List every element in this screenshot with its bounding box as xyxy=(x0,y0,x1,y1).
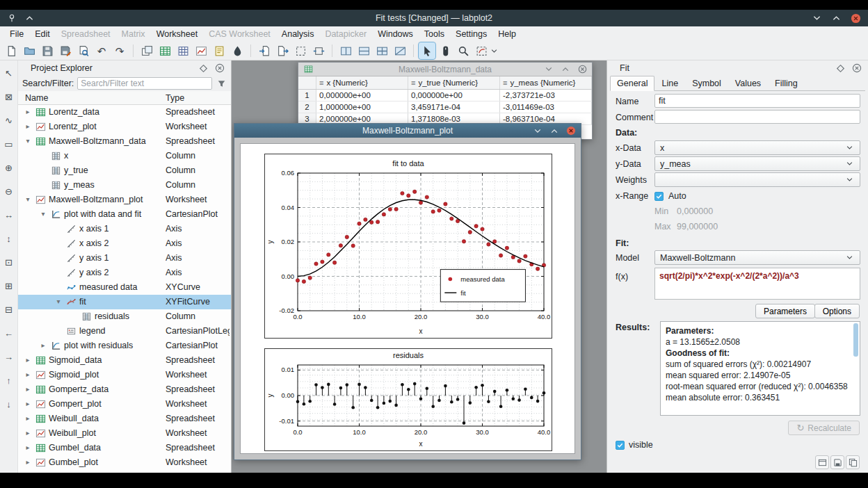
spreadsheet-cell[interactable]: -3,011469e-03 xyxy=(500,101,592,113)
new-note-button[interactable] xyxy=(211,42,227,59)
fit-dock-header[interactable]: Fit xyxy=(607,60,868,76)
save-file-button[interactable] xyxy=(39,42,56,59)
undo-button[interactable]: ↶ xyxy=(93,42,110,59)
split-grid-button[interactable] xyxy=(373,42,390,59)
tree-row-x-axis-1[interactable]: x axis 1Axis xyxy=(18,222,231,236)
tree-row-weibull-data[interactable]: ▸Weibull_dataSpreadsheet xyxy=(18,412,231,426)
new-matrix-button[interactable] xyxy=(175,42,191,59)
x-data-combobox[interactable]: x xyxy=(654,140,860,155)
shift-down-tool-button[interactable]: ↓ xyxy=(2,397,16,411)
tree-row-sigmoid-data[interactable]: ▸Sigmoid_dataSpreadsheet xyxy=(18,353,231,368)
tree-row-y-meas[interactable]: y_measColumn xyxy=(18,178,231,193)
results-box[interactable]: Parameters:a = 13.1565±2.0508Goodness of… xyxy=(660,321,860,416)
menu-windows[interactable]: Windows xyxy=(372,28,419,40)
tree-row-lorentz-plot[interactable]: ▸Lorentz_plotWorksheet xyxy=(18,120,231,134)
menu-spreadsheet[interactable]: Spreadsheet xyxy=(56,28,116,40)
zoom-select-tool-button[interactable]: ⊠ xyxy=(2,90,16,104)
auto-scale-x-tool-button[interactable]: ⊞ xyxy=(2,279,16,293)
column-header[interactable]: ≡y_meas {Numeric} xyxy=(500,76,592,89)
select-tool-button[interactable]: ↖ xyxy=(2,66,16,80)
zoom-y-tool-button[interactable]: ↕ xyxy=(2,231,16,245)
tree-row-gompert-plot[interactable]: ▸Gompert_plotWorksheet xyxy=(18,397,231,412)
zoom-mode-button[interactable] xyxy=(455,42,472,59)
split-vertical-button[interactable] xyxy=(337,42,354,59)
column-header[interactable]: ≡y_true {Numeric} xyxy=(408,76,500,89)
formula-box[interactable]: sqrt(2/pi)*x^2*exp(-x^2/(2*a^2))/a^3 xyxy=(654,268,860,300)
menu-cas-worksheet[interactable]: CAS Worksheet xyxy=(203,28,276,40)
float-dock-icon[interactable] xyxy=(835,63,846,74)
column-header[interactable]: ≡x {Numeric} xyxy=(316,76,408,89)
shift-right-tool-button[interactable]: → xyxy=(2,350,16,364)
search-input[interactable] xyxy=(77,77,212,90)
export-file-button[interactable] xyxy=(274,42,291,59)
tree-row-plot-with-data-and-fit[interactable]: ▾plot with data and fitCartesianPlot xyxy=(18,207,231,222)
ruler-tool-button[interactable]: ▭ xyxy=(2,137,16,151)
options-button[interactable]: Options xyxy=(814,304,860,318)
tab-line[interactable]: Line xyxy=(654,76,685,91)
select-region-button[interactable] xyxy=(292,42,309,59)
chevron-up-icon[interactable] xyxy=(830,13,842,24)
zoom-x-tool-button[interactable]: ↔ xyxy=(2,208,16,222)
menu-tools[interactable]: Tools xyxy=(419,28,450,40)
shift-up-tool-button[interactable]: ↑ xyxy=(2,373,16,387)
y-data-combobox[interactable]: y_meas xyxy=(654,156,860,171)
menu-analysis[interactable]: Analysis xyxy=(276,28,320,40)
worksheet-window[interactable]: Maxwell-Boltzmann_plot fit to data0.010.… xyxy=(234,123,581,460)
column-header-type[interactable]: Type xyxy=(166,93,231,103)
float-dock-icon[interactable] xyxy=(198,63,209,74)
copy-icon[interactable] xyxy=(846,455,860,469)
add-curve-tool-button[interactable]: ∿ xyxy=(2,113,16,127)
tree-row-x-axis-2[interactable]: x axis 2Axis xyxy=(18,236,231,251)
split-diagonal-button[interactable] xyxy=(392,42,408,59)
results-scrollbar[interactable] xyxy=(853,323,858,357)
shift-left-tool-button[interactable]: ← xyxy=(2,326,16,340)
chevron-right-icon[interactable]: ▸ xyxy=(24,122,32,131)
model-combobox[interactable]: Maxwell-Boltzmann xyxy=(654,250,860,265)
spreadsheet-cell[interactable]: 3,459171e-04 xyxy=(408,101,500,113)
spreadsheet-cell[interactable]: 1,000000e+00 xyxy=(316,101,408,113)
template-load-icon[interactable] xyxy=(815,455,829,469)
menu-datapicker[interactable]: Datapicker xyxy=(319,28,372,40)
tab-general[interactable]: General xyxy=(610,76,654,91)
spreadsheet-window-titlebar[interactable]: Maxwell-Boltzmann_data xyxy=(298,63,592,76)
new-workbook-button[interactable] xyxy=(138,42,155,59)
close-dock-icon[interactable] xyxy=(214,63,225,74)
chevron-right-icon[interactable]: ▸ xyxy=(39,341,47,350)
spreadsheet-cell[interactable]: 0,000000e+00 xyxy=(408,90,500,101)
chevron-right-icon[interactable]: ▸ xyxy=(24,399,32,409)
parameters-button[interactable]: Parameters xyxy=(755,304,815,318)
tree-row-gumbel-plot[interactable]: ▸Gumbel_plotWorksheet xyxy=(18,455,231,470)
tree-row-gompertz-data[interactable]: ▸Gompertz_dataSpreadsheet xyxy=(18,382,231,397)
comment-field[interactable] xyxy=(654,110,860,124)
chevron-right-icon[interactable]: ▸ xyxy=(24,457,32,467)
row-number[interactable]: 1 xyxy=(298,90,316,101)
chevron-right-icon[interactable]: ▸ xyxy=(24,355,32,365)
new-worksheet-button[interactable] xyxy=(193,42,209,59)
navigate-mode-button[interactable] xyxy=(437,42,453,59)
add-plot-dropdown-icon[interactable] xyxy=(491,49,498,54)
template-save-icon[interactable] xyxy=(830,455,844,469)
save-as-button[interactable] xyxy=(57,42,74,59)
tree-row-y-axis-2[interactable]: y axis 2Axis xyxy=(18,266,231,280)
visible-checkbox[interactable] xyxy=(616,441,625,450)
chevron-down-icon[interactable] xyxy=(811,13,822,24)
plot-residuals[interactable]: residuals0.010.020.030.040.0-0.010.000.0… xyxy=(264,348,552,451)
tree-row-x[interactable]: xColumn xyxy=(18,149,231,163)
chevron-right-icon[interactable]: ▸ xyxy=(24,384,32,394)
split-horizontal-button[interactable] xyxy=(355,42,372,59)
chevron-right-icon[interactable]: ▸ xyxy=(24,370,32,380)
add-plot-button[interactable] xyxy=(473,42,490,59)
plot-fit-to-data[interactable]: fit to data0.010.020.030.040.0-0.020.000… xyxy=(264,154,552,339)
chevron-down-icon[interactable]: ▾ xyxy=(24,195,32,204)
name-field[interactable] xyxy=(654,94,860,108)
zoom-out-tool-button[interactable]: ⊖ xyxy=(2,184,16,198)
recalculate-button[interactable]: ↻ Recalculate xyxy=(788,421,860,435)
tree-row-weibull-plot[interactable]: ▸Weibull_plotWorksheet xyxy=(18,426,231,441)
tree-row-gumbel-data[interactable]: ▸Gumbel_dataSpreadsheet xyxy=(18,441,231,455)
open-file-button[interactable] xyxy=(21,42,38,59)
tree-row-residuals[interactable]: residualsColumn xyxy=(18,309,231,324)
tree-row-y-true[interactable]: y_trueColumn xyxy=(18,163,231,178)
chevron-down-icon[interactable] xyxy=(532,125,543,136)
tab-symbol[interactable]: Symbol xyxy=(685,76,728,91)
tree-row-legend[interactable]: legendCartesianPlotLegend xyxy=(18,324,231,339)
